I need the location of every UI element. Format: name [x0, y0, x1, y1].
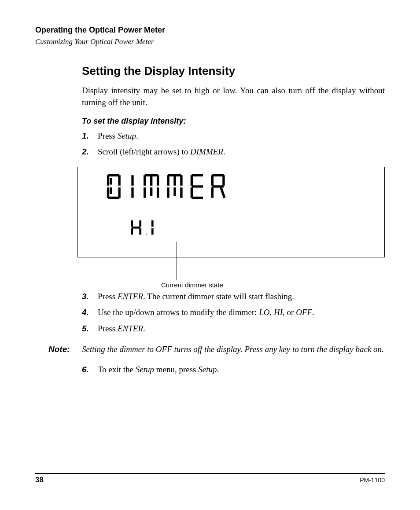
model-number: PM-1100 — [360, 477, 385, 484]
step-text: To exit the — [98, 365, 136, 374]
section-subtitle: Customizing Your Optical Power Meter — [35, 37, 385, 46]
page-header: Operating the Optical Power Meter Custom… — [35, 26, 385, 49]
step-text: . — [312, 308, 314, 317]
intro-paragraph: Display intensity may be set to high or … — [82, 85, 385, 109]
step-text: Press — [98, 292, 118, 301]
step-text: . — [217, 365, 219, 374]
page-footer: 38 PM-1100 — [35, 473, 385, 484]
step-4: Use the up/down arrows to modify the dim… — [82, 306, 385, 319]
ui-term: HI — [274, 308, 283, 317]
footer-divider — [35, 473, 385, 474]
ui-term: ENTER — [118, 292, 143, 301]
callout-leader-line — [177, 242, 177, 280]
note-label: Note: — [48, 343, 82, 356]
step-text: . — [223, 147, 225, 156]
callout-wrap: Current dimmer state — [77, 259, 385, 290]
steps-last: To exit the Setup menu, press Setup. — [82, 363, 385, 376]
callout-label: Current dimmer state — [161, 281, 223, 289]
step-1: Press Setup. — [82, 129, 385, 143]
page-number: 38 — [35, 476, 44, 484]
lcd-display-figure — [77, 167, 385, 257]
lcd-text-dimmer — [104, 173, 245, 202]
section-heading: Setting the Display Intensity — [82, 64, 385, 78]
ui-term: Setup — [118, 131, 136, 140]
ui-term: Setup — [198, 365, 217, 374]
step-text: Use the up/down arrows to modify the dim… — [98, 308, 259, 317]
ui-term: Setup — [136, 365, 154, 374]
step-text: . The current dimmer state will start fl… — [143, 292, 294, 301]
ui-term: ENTER — [118, 324, 143, 333]
step-text: , or — [283, 308, 296, 317]
step-text: Press — [98, 324, 118, 333]
step-text: . — [143, 324, 145, 333]
note-block: Note: Setting the dimmer to OFF turns of… — [48, 343, 385, 356]
chapter-title: Operating the Optical Power Meter — [35, 26, 385, 35]
note-text: Setting the dimmer to OFF turns off the … — [82, 343, 385, 356]
steps-top: Press Setup. Scroll (left/right arrows) … — [82, 129, 385, 159]
step-5: Press ENTER. — [82, 322, 385, 335]
header-divider — [35, 49, 198, 49]
svg-point-0 — [146, 234, 147, 235]
step-text: . — [136, 131, 138, 140]
step-text: menu, press — [154, 365, 198, 374]
ui-term: LO — [259, 308, 269, 317]
step-text: Scroll (left/right arrows) to — [98, 147, 190, 156]
step-text: , — [270, 308, 274, 317]
procedure-heading: To set the display intensity: — [82, 117, 385, 126]
step-3: Press ENTER. The current dimmer state wi… — [82, 290, 385, 303]
steps-mid: Press ENTER. The current dimmer state wi… — [82, 290, 385, 335]
lcd-text-hi — [129, 219, 163, 236]
step-text: Press — [98, 131, 118, 140]
step-6: To exit the Setup menu, press Setup. — [82, 363, 385, 376]
ui-term: OFF — [296, 308, 312, 317]
ui-term: DIMMER — [190, 147, 223, 156]
step-2: Scroll (left/right arrows) to DIMMER. — [82, 145, 385, 158]
